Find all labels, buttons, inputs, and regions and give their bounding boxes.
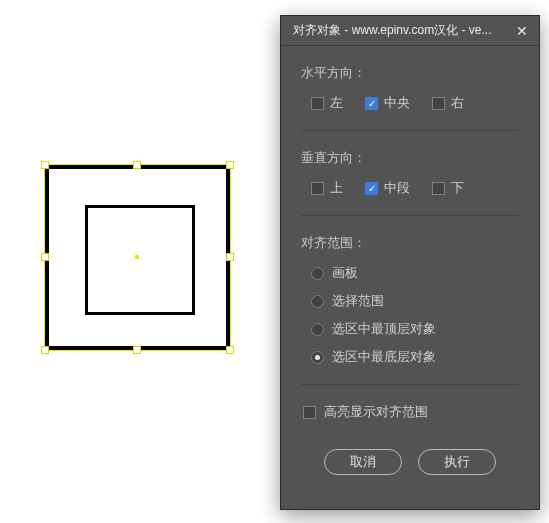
radio-label: 画板 — [332, 264, 358, 282]
checkbox-icon — [432, 97, 445, 110]
inner-rectangle[interactable] — [85, 205, 195, 315]
radio-icon — [311, 351, 324, 364]
checkbox-label: 右 — [451, 94, 464, 112]
selection-handle[interactable] — [41, 161, 49, 169]
radio-label: 选择范围 — [332, 292, 384, 310]
checkbox-top[interactable]: 上 — [311, 179, 343, 197]
checkbox-label: 中央 — [384, 94, 410, 112]
checkbox-label: 左 — [330, 94, 343, 112]
canvas-preview — [25, 145, 250, 370]
checkbox-icon — [432, 182, 445, 195]
dialog-title: 对齐对象 - www.epinv.com汉化 - ve... — [293, 22, 513, 39]
radio-icon — [311, 267, 324, 280]
radio-artboard[interactable]: 画板 — [311, 264, 519, 282]
radio-label: 选区中最底层对象 — [332, 348, 436, 366]
checkbox-label: 高亮显示对齐范围 — [324, 403, 428, 421]
checkbox-icon: ✓ — [365, 182, 378, 195]
radio-topmost[interactable]: 选区中最顶层对象 — [311, 320, 519, 338]
checkbox-icon — [311, 97, 324, 110]
selection-handle[interactable] — [41, 346, 49, 354]
checkbox-highlight[interactable]: 高亮显示对齐范围 — [303, 403, 519, 421]
radio-icon — [311, 323, 324, 336]
checkbox-icon: ✓ — [365, 97, 378, 110]
radio-label: 选区中最顶层对象 — [332, 320, 436, 338]
checkbox-label: 下 — [451, 179, 464, 197]
checkbox-middle[interactable]: ✓ 中段 — [365, 179, 410, 197]
dialog-titlebar[interactable]: 对齐对象 - www.epinv.com汉化 - ve... ✕ — [281, 16, 539, 46]
checkbox-center[interactable]: ✓ 中央 — [365, 94, 410, 112]
vertical-label: 垂直方向： — [301, 149, 519, 167]
close-icon[interactable]: ✕ — [513, 22, 531, 40]
horizontal-label: 水平方向： — [301, 64, 519, 82]
checkbox-left[interactable]: 左 — [311, 94, 343, 112]
radio-selection[interactable]: 选择范围 — [311, 292, 519, 310]
checkbox-icon — [311, 182, 324, 195]
checkbox-label: 中段 — [384, 179, 410, 197]
checkbox-right[interactable]: 右 — [432, 94, 464, 112]
align-dialog: 对齐对象 - www.epinv.com汉化 - ve... ✕ 水平方向： 左… — [280, 15, 540, 510]
checkbox-label: 上 — [330, 179, 343, 197]
selection-handle[interactable] — [226, 346, 234, 354]
selection-handle[interactable] — [133, 161, 141, 169]
execute-button[interactable]: 执行 — [418, 449, 496, 475]
radio-icon — [311, 295, 324, 308]
selection-handle[interactable] — [226, 161, 234, 169]
checkbox-bottom[interactable]: 下 — [432, 179, 464, 197]
selection-handle[interactable] — [226, 253, 234, 261]
cancel-button[interactable]: 取消 — [324, 449, 402, 475]
center-point — [135, 255, 139, 259]
checkbox-icon — [303, 406, 316, 419]
selection-handle[interactable] — [133, 346, 141, 354]
radio-bottommost[interactable]: 选区中最底层对象 — [311, 348, 519, 366]
scope-label: 对齐范围： — [301, 234, 519, 252]
selection-handle[interactable] — [41, 253, 49, 261]
